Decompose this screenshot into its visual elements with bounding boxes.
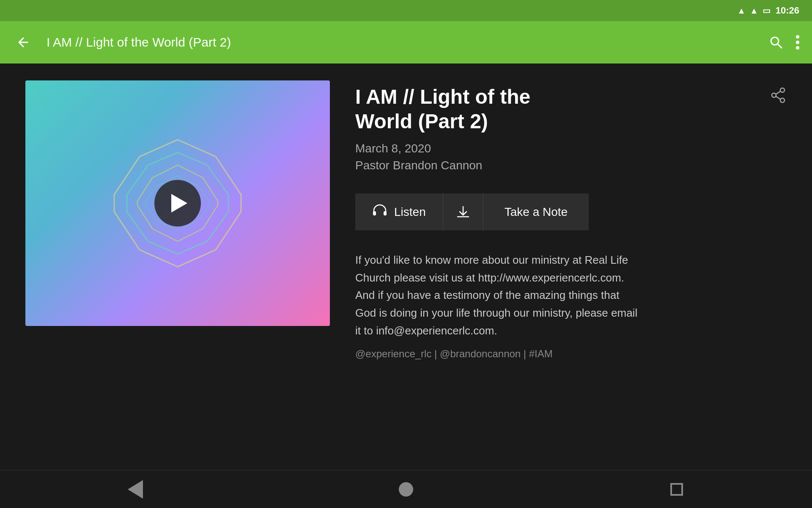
description-container: If you'd like to know more about our min…	[355, 251, 787, 360]
social-handles: @experience_rlc | @brandoncannon | #IAM	[355, 348, 787, 360]
sermon-header: I AM // Light of the World (Part 2)	[355, 85, 787, 133]
video-thumbnail[interactable]	[25, 80, 330, 326]
status-time: 10:26	[776, 5, 799, 16]
play-button[interactable]	[154, 180, 201, 226]
more-options-button[interactable]	[796, 35, 799, 50]
action-buttons: Listen Take a Note	[355, 193, 787, 230]
nav-recent-icon	[670, 483, 683, 496]
sermon-pastor: Pastor Brandon Cannon	[355, 159, 787, 172]
download-icon	[456, 205, 470, 219]
wifi-icon: ▲	[737, 6, 746, 16]
status-icons: ▲ ▲ ▭	[737, 6, 771, 16]
svg-point-3	[796, 46, 799, 50]
svg-rect-14	[384, 211, 387, 215]
nav-home-icon	[399, 482, 413, 497]
nav-back-icon	[128, 480, 143, 499]
download-button[interactable]	[443, 193, 483, 230]
app-bar: I AM // Light of the World (Part 2)	[0, 21, 812, 64]
listen-label: Listen	[394, 205, 426, 219]
svg-point-1	[796, 35, 799, 39]
nav-home-button[interactable]	[389, 472, 423, 506]
nav-back-button[interactable]	[118, 472, 152, 506]
headphones-icon	[372, 203, 387, 221]
info-panel: I AM // Light of the World (Part 2) Marc…	[355, 80, 787, 453]
listen-button[interactable]: Listen	[355, 193, 443, 230]
svg-point-10	[780, 98, 785, 102]
svg-point-9	[772, 93, 776, 97]
nav-bar	[0, 470, 812, 508]
thumbnail-area	[25, 80, 330, 326]
page-title: I AM // Light of the World (Part 2)	[47, 35, 756, 50]
search-button[interactable]	[769, 35, 783, 50]
svg-line-11	[776, 91, 781, 94]
sermon-date: March 8, 2020	[355, 142, 787, 155]
app-bar-actions	[769, 35, 799, 50]
svg-rect-13	[373, 211, 376, 215]
svg-point-2	[796, 41, 799, 44]
sermon-description: If you'd like to know more about our min…	[355, 251, 643, 340]
main-content: I AM // Light of the World (Part 2) Marc…	[0, 64, 812, 470]
back-button[interactable]	[13, 32, 34, 53]
svg-point-8	[780, 88, 785, 92]
battery-icon: ▭	[763, 6, 771, 16]
share-button[interactable]	[770, 87, 787, 108]
geo-decoration	[102, 127, 254, 279]
take-note-label: Take a Note	[505, 205, 568, 219]
status-bar: ▲ ▲ ▭ 10:26	[0, 0, 812, 21]
nav-recent-button[interactable]	[660, 472, 694, 506]
signal-icon: ▲	[750, 6, 758, 16]
sermon-title: I AM // Light of the World (Part 2)	[355, 85, 592, 133]
svg-line-12	[776, 97, 781, 99]
play-icon	[171, 194, 187, 213]
take-note-button[interactable]: Take a Note	[483, 193, 589, 230]
